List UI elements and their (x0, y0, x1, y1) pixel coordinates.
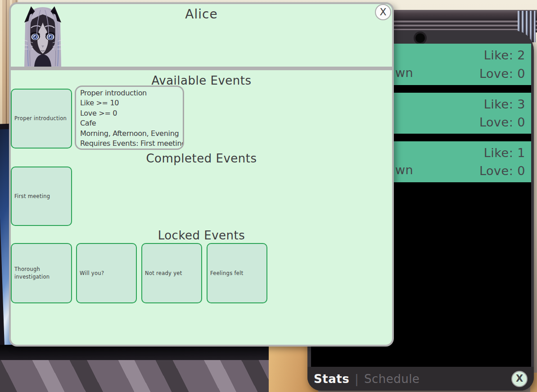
event-card-first-meeting[interactable]: First meeting (11, 167, 72, 226)
section-heading-locked: Locked Events (11, 229, 392, 242)
like-stat: Like: 2 (484, 48, 525, 62)
dialog-title: Alice (11, 7, 392, 22)
like-stat: Like: 3 (484, 97, 525, 111)
phone-camera-dot (415, 33, 425, 43)
tooltip-line: Cafe (80, 118, 179, 128)
stat-values: Like: 2 Love: 0 (479, 44, 525, 85)
event-card-proper-introduction[interactable]: Proper introduction (11, 89, 72, 149)
character-name-fragment: wn (395, 163, 413, 177)
event-card-not-ready-yet[interactable]: Not ready yet (141, 243, 202, 303)
event-tooltip: Proper introduction Like >= 10 Love >= 0… (75, 86, 184, 150)
section-heading-completed: Completed Events (11, 152, 392, 165)
dialog-divider (11, 67, 392, 70)
phone-close-button[interactable]: X (511, 371, 528, 387)
tab-divider: | (355, 372, 359, 386)
like-stat: Like: 1 (484, 146, 525, 160)
stat-values: Like: 3 Love: 0 (479, 93, 525, 134)
dialog-body: Available Events Proper introduction Pro… (11, 70, 392, 345)
dialog-close-button[interactable]: X (375, 4, 391, 20)
tab-stats[interactable]: Stats (314, 372, 349, 386)
event-card-will-you[interactable]: Will you? (76, 243, 137, 303)
tab-schedule[interactable]: Schedule (364, 372, 420, 386)
phone-tab-bar: Stats | Schedule X (307, 367, 534, 391)
tooltip-line: Requires Events: First meeting (80, 139, 179, 149)
love-stat: Love: 0 (479, 164, 525, 178)
event-card-thorough-investigation[interactable]: Thorough investigation (11, 243, 72, 303)
tooltip-line: Like >= 10 (80, 98, 179, 108)
section-heading-available: Available Events (11, 74, 392, 87)
dialog-header: Alice X (11, 4, 392, 67)
stat-values: Like: 1 Love: 0 (479, 141, 525, 182)
character-name-fragment: wn (395, 66, 413, 80)
tooltip-line: Love >= 0 (80, 108, 179, 118)
love-stat: Love: 0 (479, 67, 525, 81)
love-stat: Love: 0 (479, 115, 525, 129)
tooltip-line: Morning, Afternoon, Evening (80, 129, 179, 139)
tooltip-line: Proper introduction (80, 88, 179, 98)
event-card-feelings-felt[interactable]: Feelings felt (207, 243, 267, 303)
game-screen: wn Like: 2 Love: 0 Like: 3 Love: 0 wn Li… (0, 0, 537, 392)
character-events-dialog: Alice X Available Events Proper introduc… (9, 2, 394, 347)
